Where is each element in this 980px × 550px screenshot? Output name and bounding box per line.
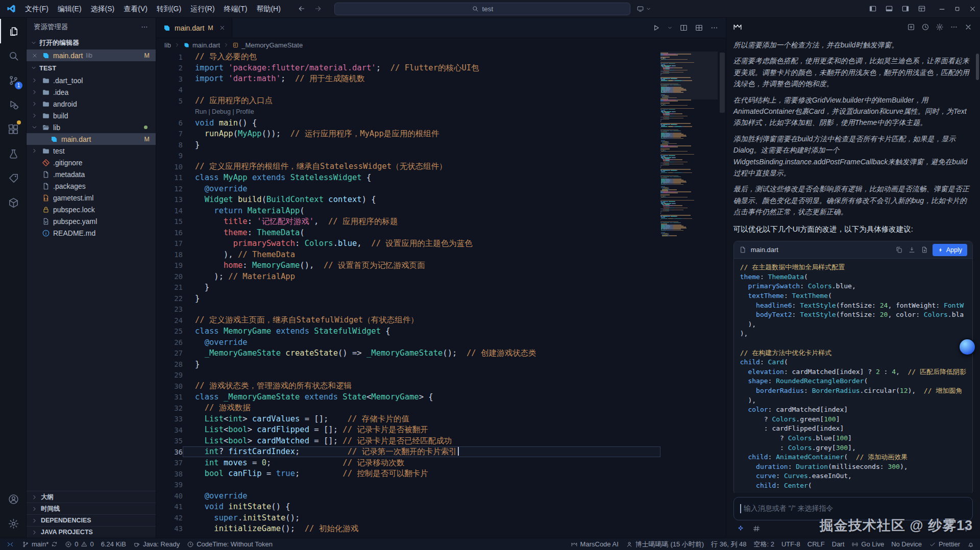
account-activity-icon[interactable] <box>0 487 26 511</box>
close-tab-icon[interactable] <box>219 24 226 31</box>
menu-item[interactable]: 终端(T) <box>219 0 252 17</box>
insert-icon[interactable] <box>908 246 916 254</box>
code-line[interactable]: 37 int moves = 0; // 记录移动次数 <box>156 458 660 469</box>
code-line[interactable]: 3import 'dart:math'; // 用于生成随机数 <box>156 73 660 85</box>
code-line[interactable]: 26 @override <box>156 337 660 348</box>
code-line[interactable]: 28} <box>156 359 660 370</box>
ai-chat-content[interactable]: 所以需要添加一个检查方法，并在build时触发弹窗。还需要考虑颜色搭配，使用更柔… <box>726 36 980 493</box>
search-activity-icon[interactable] <box>0 43 26 68</box>
plus-square-icon[interactable] <box>905 21 917 33</box>
marscode-status[interactable]: MarsCode AI <box>567 538 622 550</box>
code-line[interactable]: 18 ), // ThemeData <box>156 249 660 260</box>
editor-surface[interactable]: 1// 导入必要的包2import 'package:flutter/mater… <box>156 52 726 538</box>
close-button[interactable] <box>965 0 980 17</box>
menu-item[interactable]: 查看(V) <box>119 0 152 17</box>
eol[interactable]: CRLF <box>804 538 828 550</box>
more-icon[interactable] <box>710 23 719 32</box>
prettier[interactable]: Prettier <box>925 538 964 550</box>
breadcrumb-item[interactable]: main.dart <box>183 41 220 49</box>
ai-panel-scrollbar[interactable] <box>976 54 979 80</box>
code-line[interactable]: 1// 导入必要的包 <box>156 52 660 63</box>
tree-item[interactable]: lib <box>27 121 156 133</box>
code-line[interactable]: 38 bool canFlip = true; // 控制是否可以翻卡片 <box>156 468 660 480</box>
layout-sidebar-right-icon[interactable] <box>897 0 914 17</box>
tree-item[interactable]: gametest.iml <box>27 192 156 204</box>
code-line[interactable]: 40 @override <box>156 490 660 502</box>
assistant-avatar[interactable] <box>959 338 976 356</box>
code-line[interactable]: 24// 定义游戏主页面，继承自StatefulWidget（有状态组件） <box>156 315 660 326</box>
code-line[interactable]: 11class MyApp extends StatelessWidget { <box>156 172 660 184</box>
tree-item[interactable]: .dart_tool <box>27 74 156 86</box>
menu-item[interactable]: 选择(S) <box>86 0 119 17</box>
tree-item[interactable]: build <box>27 110 156 121</box>
debug-activity-icon[interactable] <box>0 92 26 117</box>
code-line[interactable]: 32 // 游戏数据 <box>156 403 660 414</box>
tab-main-dart[interactable]: main.dart M <box>156 18 232 38</box>
nav-forward-icon[interactable] <box>314 5 322 13</box>
code-line[interactable]: 41 void initState() { <box>156 502 660 513</box>
extensions-activity-icon[interactable] <box>0 117 26 141</box>
scrollbar-thumb[interactable] <box>720 53 725 113</box>
tag-activity-icon[interactable] <box>0 166 26 190</box>
scm-activity-icon[interactable]: 1 <box>0 68 26 92</box>
open-editor-item[interactable]: main.dartlibM <box>27 49 156 61</box>
codetime[interactable]: CodeTime: Without Token <box>183 538 276 550</box>
sidebar-section-java-projects[interactable]: JAVA PROJECTS <box>27 526 156 538</box>
code-line[interactable]: 39 <box>156 480 660 491</box>
run-icon[interactable] <box>652 23 660 32</box>
close-icon[interactable] <box>31 53 38 59</box>
sparkle-icon[interactable] <box>737 524 745 533</box>
code-line[interactable]: 19 home: MemoryGame(), // 设置首页为记忆游戏页面 <box>156 260 660 271</box>
tree-item[interactable]: .gitignore <box>27 157 156 168</box>
code-line[interactable]: 17 primarySwatch: Colors.blue, // 设置应用的主… <box>156 238 660 249</box>
cursor-position[interactable]: 行 36, 列 48 <box>707 538 750 550</box>
flutter-device[interactable]: No Device <box>888 538 925 550</box>
minimap[interactable] <box>660 52 718 538</box>
ai-message-input[interactable]: 输入消息或者 "/" 来选择指令 <box>733 497 973 520</box>
remote-indicator[interactable] <box>2 538 18 550</box>
code-pane[interactable]: 1// 导入必要的包2import 'package:flutter/mater… <box>156 52 660 538</box>
tree-item[interactable]: android <box>27 98 156 110</box>
tree-item[interactable]: .idea <box>27 86 156 98</box>
apply-button[interactable]: Apply <box>933 244 967 256</box>
minimize-button[interactable] <box>934 0 949 17</box>
close-icon[interactable] <box>963 21 974 33</box>
java-status[interactable]: Java: Ready <box>130 538 183 550</box>
gear-icon[interactable] <box>934 21 945 33</box>
code-line[interactable]: 23 <box>156 304 660 315</box>
hash-icon[interactable] <box>752 524 761 533</box>
menu-item[interactable]: 转到(G) <box>152 0 186 17</box>
code-line[interactable]: 4 <box>156 85 660 96</box>
code-line[interactable]: 16 theme: ThemeData( <box>156 227 660 238</box>
notifications[interactable] <box>964 538 978 550</box>
tree-item[interactable]: pubspec.lock <box>27 204 156 215</box>
files-activity-icon[interactable] <box>0 19 26 43</box>
tree-item[interactable]: pubspec.yaml <box>27 215 156 227</box>
code-line[interactable]: 9 <box>156 151 660 162</box>
encoding[interactable]: UTF-8 <box>778 538 804 550</box>
layout-panel-bottom-icon[interactable] <box>881 0 897 17</box>
breadcrumb-item[interactable]: lib <box>164 41 171 49</box>
code-line[interactable]: 33 List<int> cardValues = []; // 存储卡片的值 <box>156 414 660 425</box>
indentation[interactable]: 空格: 2 <box>750 538 777 550</box>
code-line[interactable]: 5// 应用程序的入口点 <box>156 95 660 107</box>
code-line[interactable]: 43 initializeGame(); // 初始化游戏 <box>156 523 660 535</box>
code-line[interactable]: 13 Widget build(BuildContext context) { <box>156 194 660 206</box>
menu-item[interactable]: 文件(F) <box>20 0 53 17</box>
code-line[interactable]: 7 runApp(MyApp()); // 运行应用程序，MyApp是应用的根组… <box>156 129 660 140</box>
send-icon[interactable] <box>962 524 970 533</box>
file-size[interactable]: 6.24 KiB <box>97 538 130 550</box>
code-line[interactable]: 21 } <box>156 282 660 293</box>
maximize-button[interactable] <box>949 0 965 17</box>
code-line[interactable]: 34 List<bool> cardFlipped = []; // 记录卡片是… <box>156 424 660 436</box>
code-line[interactable]: 8} <box>156 139 660 151</box>
tree-item[interactable]: .packages <box>27 180 156 192</box>
breadcrumb[interactable]: libmain.dart_MemoryGameState <box>156 38 726 52</box>
code-line[interactable]: 20 ); // MaterialApp <box>156 271 660 282</box>
copy-icon[interactable] <box>895 246 903 254</box>
code-line[interactable]: 42 super.initState(); <box>156 512 660 523</box>
beaker-activity-icon[interactable] <box>0 141 26 166</box>
split-icon[interactable] <box>679 23 688 32</box>
sidebar-section-dependencies[interactable]: DEPENDENCIES <box>27 514 156 526</box>
go-live[interactable]: Go Live <box>848 538 888 550</box>
